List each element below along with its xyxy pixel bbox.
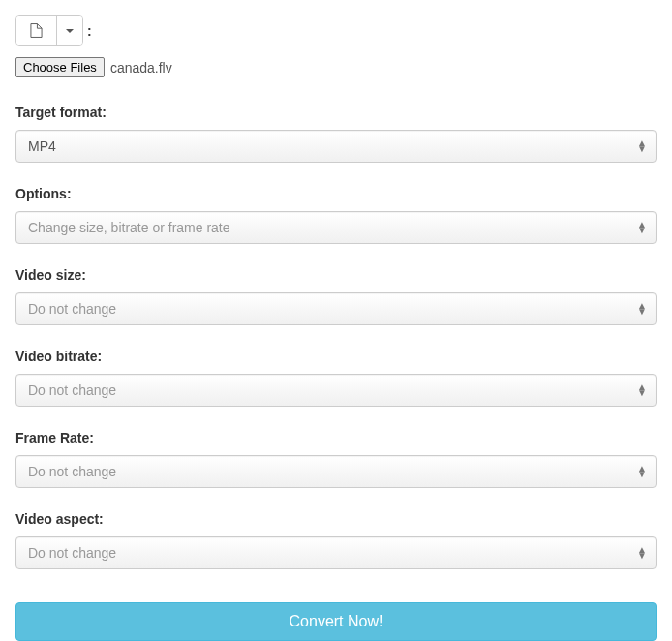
file-icon xyxy=(30,23,43,38)
convert-now-button[interactable]: Convert Now! xyxy=(15,602,657,641)
video-aspect-value: Do not change xyxy=(28,543,116,563)
choose-files-button[interactable]: Choose Files xyxy=(15,57,105,77)
video-size-label: Video size: xyxy=(15,267,657,283)
frame-rate-label: Frame Rate: xyxy=(15,430,657,445)
video-size-value: Do not change xyxy=(28,299,116,319)
video-aspect-group: Video aspect: Do not change ▲▼ xyxy=(15,511,657,569)
target-format-label: Target format: xyxy=(15,105,657,120)
video-size-select[interactable]: Do not change xyxy=(15,292,657,325)
target-format-select-wrap: MP4 ▲▼ xyxy=(15,130,657,163)
new-file-button[interactable] xyxy=(16,16,56,45)
options-select[interactable]: Change size, bitrate or frame rate xyxy=(15,211,657,244)
target-format-group: Target format: MP4 ▲▼ xyxy=(15,105,657,163)
caret-down-icon xyxy=(66,29,74,33)
video-aspect-label: Video aspect: xyxy=(15,511,657,527)
file-dropdown-toggle[interactable] xyxy=(56,16,82,45)
selected-file-name: canada.flv xyxy=(110,60,172,76)
target-format-select[interactable]: MP4 xyxy=(15,130,657,163)
frame-rate-group: Frame Rate: Do not change ▲▼ xyxy=(15,430,657,488)
file-chooser-row: Choose Files canada.flv xyxy=(15,57,657,77)
video-bitrate-select[interactable]: Do not change xyxy=(15,374,657,407)
video-size-select-wrap: Do not change ▲▼ xyxy=(15,292,657,325)
top-row-colon: : xyxy=(87,23,92,39)
video-bitrate-label: Video bitrate: xyxy=(15,349,657,364)
video-aspect-select-wrap: Do not change ▲▼ xyxy=(15,536,657,569)
frame-rate-select-wrap: Do not change ▲▼ xyxy=(15,455,657,488)
options-group: Options: Change size, bitrate or frame r… xyxy=(15,186,657,244)
file-button-group xyxy=(15,15,83,46)
video-bitrate-group: Video bitrate: Do not change ▲▼ xyxy=(15,349,657,407)
top-button-row: : xyxy=(15,15,657,46)
video-bitrate-select-wrap: Do not change ▲▼ xyxy=(15,374,657,407)
options-select-wrap: Change size, bitrate or frame rate ▲▼ xyxy=(15,211,657,244)
options-value: Change size, bitrate or frame rate xyxy=(28,218,230,237)
options-label: Options: xyxy=(15,186,657,201)
frame-rate-value: Do not change xyxy=(28,462,116,481)
video-bitrate-value: Do not change xyxy=(28,381,116,400)
video-aspect-select[interactable]: Do not change xyxy=(15,536,657,569)
frame-rate-select[interactable]: Do not change xyxy=(15,455,657,488)
target-format-value: MP4 xyxy=(28,137,56,156)
video-size-group: Video size: Do not change ▲▼ xyxy=(15,267,657,325)
